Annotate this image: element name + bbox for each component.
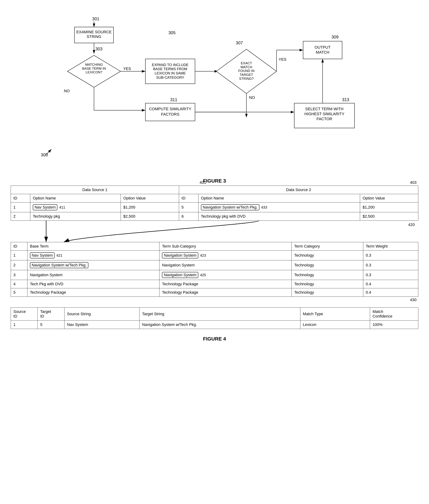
out-srcid-col: SourceID (11, 308, 38, 321)
svg-text:TARGET: TARGET (240, 73, 253, 77)
lexicon-header-row: ID Base Term Term Sub-Category Term Cate… (11, 242, 418, 251)
svg-text:FACTOR: FACTOR (317, 117, 332, 121)
ds2-r2-val: $2,500 (360, 212, 418, 221)
lex-r5-weight: 0.4 (363, 288, 418, 297)
ds1-r1-name: Nav System 411 (30, 203, 121, 212)
svg-text:LEXICON?: LEXICON? (86, 70, 102, 74)
svg-text:STRING: STRING (87, 34, 101, 39)
out-r1-matchtype: Lexicon (300, 321, 370, 329)
lex-weight-col: Term Weight (363, 242, 418, 251)
lex-r1-id: 1 (11, 251, 27, 260)
ds2-r1-val: $1,200 (360, 203, 418, 212)
datasource-header-row: Data Source 1 Data Source 2 (11, 186, 418, 194)
lex-r1-base-boxed: Nav System (30, 252, 55, 258)
ds1-r1-name-boxed: Nav System (33, 204, 58, 210)
lex-r5-id: 5 (11, 288, 27, 297)
lex-r4-cat: Technology (292, 280, 363, 288)
svg-line-3 (46, 149, 52, 155)
svg-text:309: 309 (331, 35, 339, 39)
fig4-arrows-top (11, 221, 418, 242)
ds1-r2-val: $2,500 (121, 212, 179, 221)
lexicon-table: ID Base Term Term Sub-Category Term Cate… (11, 242, 418, 297)
lex-r4-weight: 0.4 (363, 280, 418, 288)
lex-r3-id: 3 (11, 270, 27, 280)
lex-r1-sub-boxed: Navigation System (162, 252, 198, 258)
ds-subheader-row: ID Option Name Option Value ID Option Na… (11, 194, 418, 203)
svg-text:EXAMINE SOURCE: EXAMINE SOURCE (76, 30, 112, 34)
svg-text:BASE TERMS FROM: BASE TERMS FROM (153, 67, 187, 71)
ref-423: 423 (200, 253, 206, 257)
svg-text:NO: NO (64, 89, 70, 93)
lex-r5-sub: Technology Package (160, 288, 292, 297)
output-row-1: 1 5 Nav System Navigation System w/Tech … (11, 321, 418, 329)
svg-text:311: 311 (170, 97, 177, 102)
out-srcstr-col: Source String (64, 308, 139, 321)
ds-row-1: 1 Nav System 411 $1,200 5 Navigation Sys… (11, 203, 418, 212)
lex-r3-sub: Navigation System 425 (160, 270, 292, 280)
lex-r1-weight: 0.3 (363, 251, 418, 260)
out-r1-tgtstr: Navigation System w/Tech Pkg. (140, 321, 300, 329)
lex-id-col: ID (11, 242, 27, 251)
ref-425: 425 (200, 273, 206, 277)
ds1-r2-name: Technology pkg (30, 212, 121, 221)
ds2-r1-name: Navigation System w/Tech Pkg. 433 (198, 203, 360, 212)
lex-r3-base: Navigation System (27, 270, 160, 280)
svg-text:LEXICON IN SAME: LEXICON IN SAME (155, 71, 186, 75)
svg-text:HIGHEST SIMILARITY: HIGHEST SIMILARITY (304, 112, 345, 116)
ref-430: 430 (410, 298, 417, 302)
out-matchtype-col: Match Type (300, 308, 370, 321)
ds1-r2-id: 2 (11, 212, 30, 221)
lex-r2-cat: Technology (292, 260, 363, 270)
ds2-val-col: Option Value (360, 194, 418, 203)
svg-text:YES: YES (123, 67, 131, 71)
svg-text:313: 313 (342, 97, 349, 102)
lex-r4-sub: Technology Package (160, 280, 292, 288)
svg-text:305: 305 (168, 30, 176, 35)
lex-r3-cat: Technology (292, 270, 363, 280)
lex-r2-id: 2 (11, 260, 27, 270)
lex-r2-weight: 0.3 (363, 260, 418, 270)
lex-r2-base-boxed: Navigation System w/Tech Pkg. (30, 262, 88, 268)
svg-text:FACTORS: FACTORS (161, 112, 179, 116)
output-table: SourceID TargetID Source String Target S… (11, 307, 418, 329)
svg-text:307: 307 (236, 40, 243, 45)
svg-text:EXPAND TO INCLUDE: EXPAND TO INCLUDE (152, 63, 188, 67)
ref-411: 411 (59, 205, 65, 209)
svg-text:303: 303 (96, 46, 103, 51)
lex-r4-base: Tech Pkg with DVD (27, 280, 160, 288)
lex-cat-col: Term Category (292, 242, 363, 251)
output-header-row: SourceID TargetID Source String Target S… (11, 308, 418, 321)
svg-text:COMPUTE SIMILARITY: COMPUTE SIMILARITY (149, 107, 191, 111)
ds2-header: Data Source 2 (179, 186, 418, 194)
figure4-label: FIGURE 4 (11, 336, 418, 342)
svg-text:YES: YES (279, 57, 286, 62)
lex-row-1: 1 Nav System 421 Navigation System 423 T… (11, 251, 418, 260)
lex-row-5: 5 Technology Package Technology Package … (11, 288, 418, 297)
ds1-r1-id: 1 (11, 203, 30, 212)
lex-r3-weight: 0.3 (363, 270, 418, 280)
arrows-section-2: 430 (11, 297, 418, 307)
lexicon-table-wrapper: ID Base Term Term Sub-Category Term Cate… (11, 242, 418, 297)
lex-base-col: Base Term (27, 242, 160, 251)
lex-r1-base: Nav System 421 (27, 251, 160, 260)
svg-text:BASE TERM IN: BASE TERM IN (82, 67, 106, 70)
svg-text:MATCHING: MATCHING (85, 63, 103, 66)
lex-r3-sub-boxed: Navigation System (162, 272, 198, 278)
svg-text:FOUND IN: FOUND IN (238, 69, 254, 73)
ds1-name-col: Option Name (30, 194, 121, 203)
datasource-table-wrapper: 401 403 Data Source 1 Data Source 2 ID O… (11, 186, 418, 221)
arrows-section: 420 (11, 221, 418, 242)
out-r1-srcid: 1 (11, 321, 38, 329)
ds2-r2-id: 6 (179, 212, 198, 221)
svg-text:EXACT: EXACT (241, 61, 252, 65)
ds1-id-col: ID (11, 194, 30, 203)
ds1-r1-val: $1,200 (121, 203, 179, 212)
out-r1-tgtid: 5 (38, 321, 64, 329)
out-tgtid-col: TargetID (38, 308, 64, 321)
lex-row-4: 4 Tech Pkg with DVD Technology Package T… (11, 280, 418, 288)
svg-text:MATCH: MATCH (316, 50, 329, 54)
output-table-wrapper: SourceID TargetID Source String Target S… (11, 307, 418, 329)
svg-text:NO: NO (249, 95, 255, 100)
flowchart-svg: 300 301 EXAMINE SOURCE STRING 303 MATCHI… (11, 7, 418, 168)
lex-row-2: 2 Navigation System w/Tech Pkg. Navigati… (11, 260, 418, 270)
